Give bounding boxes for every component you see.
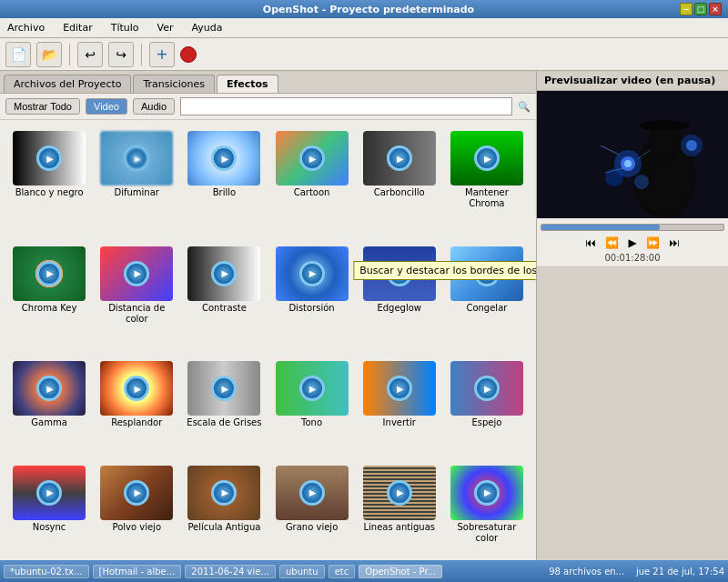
taskbar-item-etc[interactable]: etc xyxy=(329,565,356,578)
effect-oversaturate[interactable]: Sobresaturar color xyxy=(445,462,529,574)
effect-contrast[interactable]: Contraste xyxy=(182,243,266,355)
menu-editar[interactable]: Editar xyxy=(59,20,96,35)
right-panel: Previsualizar video (en pausa) xyxy=(537,71,728,580)
play-btn-mirror[interactable] xyxy=(474,376,500,401)
main-area: Archivos del Proyecto Transiciones Efect… xyxy=(0,71,728,580)
tooltip-edge: Buscar y destacar los bordes de los obje… xyxy=(353,261,536,280)
titlebar: OpenShot - Proyecto predeterminado − □ × xyxy=(0,0,728,18)
show-all-button[interactable]: Mostrar Todo xyxy=(5,98,80,115)
effect-mirror[interactable]: Espejo xyxy=(445,357,529,458)
play-btn-color-dist[interactable] xyxy=(124,261,149,286)
effect-greyscale[interactable]: Escala de Grises xyxy=(182,357,266,458)
play-btn-oldlines[interactable] xyxy=(387,480,412,506)
effect-invert[interactable]: Invertir xyxy=(358,357,441,458)
tab-transiciones[interactable]: Transiciones xyxy=(133,75,214,93)
effect-glow[interactable]: Resplandor xyxy=(95,357,178,458)
add-track-button[interactable]: + xyxy=(149,42,175,67)
open-button[interactable]: 📂 xyxy=(36,42,62,67)
filter-bar: Mostrar Todo Video Audio 🔍 xyxy=(0,94,536,120)
effect-label-gamma: Gamma xyxy=(31,417,67,428)
play-btn-greyscale[interactable] xyxy=(211,376,237,401)
play-btn-oldfilm[interactable] xyxy=(124,480,149,506)
audio-filter-button[interactable]: Audio xyxy=(133,98,175,115)
undo-button[interactable]: ↩ xyxy=(77,42,103,67)
play-btn-charcoal[interactable] xyxy=(387,146,412,171)
video-filter-button[interactable]: Video xyxy=(86,98,127,115)
play-btn-chroma[interactable] xyxy=(474,146,500,171)
effect-chromakey[interactable]: Chroma Key xyxy=(7,243,91,355)
effect-thumb-bright xyxy=(187,131,260,186)
effect-label-chromakey: Chroma Key xyxy=(22,303,77,314)
effect-grainold[interactable]: Grano viejo xyxy=(269,462,353,574)
menu-ayuda[interactable]: Ayuda xyxy=(188,20,227,35)
play-btn-gamma[interactable] xyxy=(36,376,62,401)
play-btn-bright[interactable] xyxy=(211,146,237,171)
preview-progress-fill xyxy=(541,225,660,230)
minimize-button[interactable]: − xyxy=(680,3,693,15)
menu-archivo[interactable]: Archivo xyxy=(4,20,48,35)
effect-cartoon[interactable]: Cartoon xyxy=(269,127,353,239)
play-btn-contrast[interactable] xyxy=(211,261,237,286)
svg-point-4 xyxy=(639,120,690,131)
preview-step-back[interactable]: ⏪ xyxy=(602,236,622,250)
preview-skip-end[interactable]: ⏭ xyxy=(666,236,682,250)
menu-ver[interactable]: Ver xyxy=(154,20,177,35)
effect-freeze[interactable]: Congelar xyxy=(445,243,529,355)
effect-label-invert: Invertir xyxy=(383,417,416,428)
play-btn-chromakey[interactable] xyxy=(36,261,62,286)
preview-skip-start[interactable]: ⏮ xyxy=(582,236,599,250)
play-btn-glow[interactable] xyxy=(124,376,149,401)
effect-gamma[interactable]: Gamma xyxy=(7,357,91,458)
play-btn-oversaturate[interactable] xyxy=(474,480,500,506)
effect-film[interactable]: Película Antigua xyxy=(182,462,266,574)
tabs: Archivos del Proyecto Transiciones Efect… xyxy=(0,71,536,94)
effect-blur[interactable]: Difuminar xyxy=(95,127,178,239)
taskbar-item-openshot[interactable]: OpenShot - Pr... xyxy=(359,565,442,578)
effect-chroma[interactable]: Mantener Chroma xyxy=(445,127,529,239)
effect-oldfilm[interactable]: Polvo viejo xyxy=(95,462,178,574)
close-button[interactable]: × xyxy=(709,3,722,15)
play-btn-film[interactable] xyxy=(211,480,237,506)
search-input[interactable] xyxy=(180,97,512,115)
play-btn-hue[interactable] xyxy=(299,376,325,401)
effect-bright[interactable]: Brillo xyxy=(182,127,266,239)
play-btn-cartoon[interactable] xyxy=(299,146,325,171)
play-btn-nosync[interactable] xyxy=(36,480,62,506)
preview-progress-bar[interactable] xyxy=(541,224,724,231)
play-btn-grainold[interactable] xyxy=(299,480,325,506)
tab-archivos[interactable]: Archivos del Proyecto xyxy=(4,75,131,93)
svg-point-11 xyxy=(634,175,649,189)
effect-thumb-glow xyxy=(100,361,173,416)
effect-oldlines[interactable]: Lineas antiguas xyxy=(358,462,441,574)
effect-label-distort: Distorsión xyxy=(288,303,334,314)
effect-bw[interactable]: Blanco y negro xyxy=(7,127,91,239)
new-button[interactable]: 📄 xyxy=(5,42,31,67)
play-btn-invert[interactable] xyxy=(387,376,412,401)
taskbar-item-ubuntu[interactable]: *ubuntu-02.tx... xyxy=(4,565,89,578)
taskbar-item-2011[interactable]: 2011-06-24 vie... xyxy=(185,565,276,578)
maximize-button[interactable]: □ xyxy=(694,3,707,15)
effect-color-dist[interactable]: Distancia de color xyxy=(95,243,178,355)
preview-step-forward[interactable]: ⏩ xyxy=(643,236,662,250)
tab-efectos[interactable]: Efectos xyxy=(217,75,278,93)
effect-hue[interactable]: Tono xyxy=(269,357,353,458)
redo-button[interactable]: ↪ xyxy=(108,42,134,67)
taskbar-item-ubuntu2[interactable]: ubuntu xyxy=(279,565,325,578)
menu-titulo[interactable]: Título xyxy=(107,20,143,35)
taskbar-item-hotmail[interactable]: [Hotmail - albe... xyxy=(93,565,182,578)
record-button[interactable] xyxy=(180,46,197,63)
effect-edge[interactable]: Buscar y destacar los bordes de los obje… xyxy=(358,243,441,355)
preview-video[interactable] xyxy=(537,91,728,218)
effect-nosync[interactable]: Nosync xyxy=(7,462,91,574)
effect-label-nosync: Nosync xyxy=(33,522,66,533)
play-btn-bw[interactable] xyxy=(36,146,62,171)
menubar: Archivo Editar Título Ver Ayuda xyxy=(0,18,728,38)
effect-distort[interactable]: Distorsión xyxy=(269,243,353,355)
effect-charcoal[interactable]: Carboncillo xyxy=(358,127,441,239)
effect-thumb-blur xyxy=(100,131,173,186)
preview-time: 00:01:28:00 xyxy=(541,253,724,263)
preview-play[interactable]: ▶ xyxy=(625,236,639,250)
play-btn-blur[interactable] xyxy=(124,146,149,171)
play-btn-distort[interactable] xyxy=(299,261,325,286)
effect-label-grainold: Grano viejo xyxy=(286,522,338,533)
